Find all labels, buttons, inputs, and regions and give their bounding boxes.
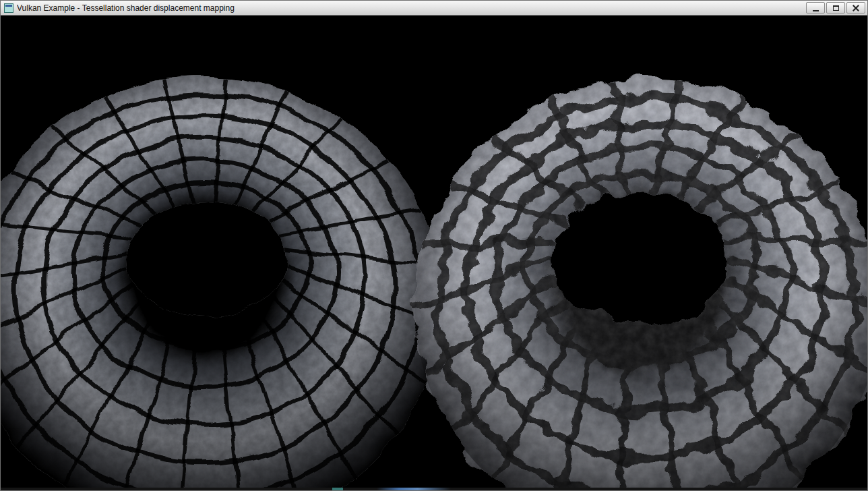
maximize-icon bbox=[833, 5, 839, 11]
close-button[interactable] bbox=[846, 2, 865, 13]
vulkan-app-icon bbox=[4, 3, 13, 13]
window-controls bbox=[806, 2, 865, 13]
vulkan-example-window: Vulkan Example - Tessellation shader dis… bbox=[0, 0, 868, 491]
bottom-edge bbox=[1, 488, 867, 490]
taskbar-peek-blue bbox=[377, 488, 451, 490]
tessellation-scene bbox=[1, 16, 867, 488]
minimize-icon bbox=[813, 10, 819, 11]
close-icon bbox=[852, 5, 859, 11]
maximize-button[interactable] bbox=[826, 2, 845, 13]
taskbar-peek-teal bbox=[332, 488, 343, 490]
titlebar[interactable]: Vulkan Example - Tessellation shader dis… bbox=[1, 1, 867, 16]
window-title: Vulkan Example - Tessellation shader dis… bbox=[17, 1, 235, 16]
minimize-button[interactable] bbox=[806, 2, 825, 13]
render-viewport[interactable] bbox=[1, 16, 867, 488]
